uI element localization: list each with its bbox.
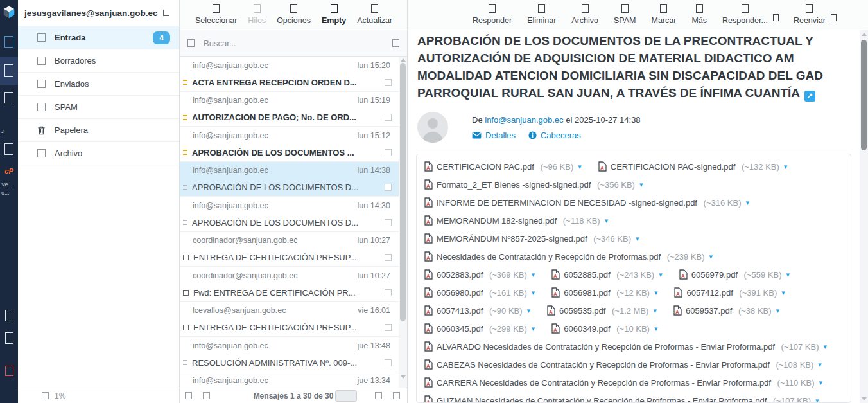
message-checkbox[interactable]	[385, 114, 392, 121]
attachment-menu-icon[interactable]: ▾	[776, 307, 780, 315]
attachment-menu-icon[interactable]: ▾	[824, 343, 828, 351]
toolbar-button-empty[interactable]: Empty	[322, 4, 346, 25]
toolbar-button-spam[interactable]: SPAM	[614, 4, 636, 25]
list-scrollbar-thumb[interactable]	[400, 63, 406, 321]
toolbar-button-marcar[interactable]: Marcar	[652, 4, 677, 25]
rail-item-about[interactable]	[0, 330, 18, 346]
reenviar-menu-icon[interactable]	[831, 14, 837, 21]
attachment-name[interactable]: CERTIFICACION PAC.pdf	[437, 162, 534, 172]
search-options-icon[interactable]	[392, 39, 399, 47]
attachment[interactable]: AFormato_2_ET Bienes -signed-signed.pdf …	[424, 179, 643, 190]
folder-item-borradores[interactable]: Borradores	[18, 49, 179, 73]
attachment[interactable]: A6059537.pdf (~38 KB)▾	[673, 305, 779, 316]
attachment-menu-icon[interactable]: ▾	[786, 271, 790, 279]
rail-item-settings[interactable]	[0, 141, 18, 157]
attachment-menu-icon[interactable]: ▾	[532, 271, 535, 279]
attachment-menu-icon[interactable]: ▾	[578, 163, 582, 171]
attachment[interactable]: A6060349.pdf (~10 KB)▾	[551, 323, 657, 334]
attachment-name[interactable]: 6052885.pdf	[564, 270, 610, 280]
page-input[interactable]	[335, 390, 357, 402]
attachment-name[interactable]: ALVARADO Necesidades de Contratación y R…	[437, 342, 775, 352]
attachment-menu-icon[interactable]: ▾	[709, 253, 713, 261]
message-checkbox[interactable]	[385, 149, 392, 156]
attachment-menu-icon[interactable]: ▾	[818, 361, 822, 369]
account-menu-icon[interactable]	[163, 10, 169, 16]
rail-item-compose[interactable]	[0, 34, 18, 49]
details-toggle[interactable]: Detalles	[472, 130, 516, 140]
message-checkbox[interactable]	[385, 324, 392, 331]
attachment-name[interactable]: 6056980.pdf	[437, 288, 483, 298]
attachment-name[interactable]: INFORME DE DETERMINACION DE NECESIDAD -s…	[437, 198, 697, 208]
attachment-name[interactable]: MEMORANDUM 182-signed.pdf	[437, 216, 557, 226]
attachment[interactable]: AMEMORÁNDUM Nº857-2025-signed.pdf (~346 …	[424, 233, 639, 244]
rail-item-logout[interactable]	[0, 363, 18, 379]
attachment-menu-icon[interactable]: ▾	[636, 235, 639, 243]
responder-menu-icon[interactable]	[773, 14, 779, 21]
reader-scroll-down-icon[interactable]	[862, 397, 867, 400]
message-checkbox[interactable]	[385, 219, 392, 226]
attachment-menu-icon[interactable]: ▾	[746, 199, 750, 207]
account-header[interactable]: jesusgavilanes@sanjuan.gob.ec	[18, 0, 179, 26]
cpanel-logo[interactable]: cP	[0, 166, 18, 176]
message-row[interactable]: info@sanjuan.gob.eclun 15:12APROBACIÓN D…	[180, 127, 399, 162]
attachment[interactable]: A6056980.pdf (~161 KB)▾	[424, 287, 535, 298]
attachment[interactable]: A6057413.pdf (~90 KB)▾	[424, 305, 530, 316]
message-checkbox[interactable]	[385, 359, 392, 366]
attachment-name[interactable]: 6056981.pdf	[564, 288, 610, 298]
message-row[interactable]: info@sanjuan.gob.eclun 15:19AUTORIZACION…	[180, 92, 399, 127]
rail-item-mail[interactable]	[0, 57, 18, 85]
toolbar-button-responder[interactable]: Responder	[473, 4, 512, 25]
search-bar[interactable]	[180, 30, 407, 57]
attachment[interactable]: AALVARADO Necesidades de Contratación y …	[424, 341, 827, 352]
message-checkbox[interactable]	[385, 289, 392, 296]
attachment-name[interactable]: CARRERA Necesidades de Contratación y Re…	[437, 378, 771, 388]
attachment-name[interactable]: 6056979.pdf	[691, 270, 738, 280]
message-row[interactable]: coordinador@sanjuan.gob.eclun 10:27Fwd: …	[180, 267, 399, 302]
scroll-up-icon[interactable]	[401, 58, 406, 62]
attachment[interactable]: A6057412.pdf (~391 KB)▾	[674, 287, 785, 298]
attachment[interactable]: A6056981.pdf (~12 KB)▾	[551, 287, 657, 298]
attachment-name[interactable]: 6057413.pdf	[437, 306, 483, 316]
message-checkbox[interactable]	[385, 254, 392, 261]
rail-item-contacts[interactable]	[0, 90, 18, 105]
toolbar-button-actualizar[interactable]: Actualizar	[357, 4, 392, 25]
attachment-name[interactable]: 6059535.pdf	[559, 306, 605, 316]
toolbar-button-m-s[interactable]: Más	[691, 4, 707, 25]
reader-scrollbar[interactable]	[860, 30, 868, 403]
scroll-down-icon[interactable]	[401, 375, 406, 379]
message-row[interactable]: info@sanjuan.gob.eclun 14:30APROBACIÓN D…	[180, 197, 399, 232]
attachment[interactable]: AINFORME DE DETERMINACION DE NECESIDAD -…	[424, 197, 749, 208]
attachment-name[interactable]: 6059537.pdf	[686, 306, 732, 316]
next-page-icon[interactable]	[393, 392, 400, 399]
message-row[interactable]: coordinador@sanjuan.gob.eclun 10:27ENTRE…	[180, 232, 399, 267]
reader-scrollbar-thumb[interactable]	[861, 40, 867, 150]
attachment[interactable]: A6052883.pdf (~369 KB)▾	[424, 269, 535, 280]
folder-item-papelera[interactable]: Papelera	[18, 119, 179, 142]
search-icon[interactable]	[187, 39, 195, 47]
toolbar-button-eliminar[interactable]: Eliminar	[527, 4, 556, 25]
attachment-name[interactable]: Formato_2_ET Bienes -signed-signed.pdf	[437, 180, 591, 190]
attachment-menu-icon[interactable]: ▾	[532, 289, 535, 297]
attachment-menu-icon[interactable]: ▾	[532, 325, 535, 333]
rail-item-help[interactable]	[0, 308, 18, 323]
toolbar-button-responder[interactable]: Responder...	[722, 4, 768, 25]
attachment[interactable]: ACABEZAS Necesidades de Contratación y R…	[424, 359, 822, 370]
prev-page-icon[interactable]	[375, 392, 382, 399]
attachment-name[interactable]: 6060349.pdf	[564, 324, 610, 334]
message-row[interactable]: lcevallos@sanjuan.gob.ecvie 16:01ENTREGA…	[180, 302, 399, 337]
folder-item-entrada[interactable]: Entrada4	[18, 26, 179, 49]
attachment-menu-icon[interactable]: ▾	[605, 217, 609, 225]
attachment-menu-icon[interactable]: ▾	[659, 271, 663, 279]
attachment-menu-icon[interactable]: ▾	[639, 181, 643, 189]
attachment-name[interactable]: CABEZAS Necesidades de Contratación y Re…	[437, 360, 770, 370]
toolbar-button-hilos[interactable]: Hilos	[248, 4, 266, 25]
toolbar-button-opciones[interactable]: Opciones	[277, 4, 311, 25]
message-row[interactable]: info@sanjuan.gob.ecjue 13:48RESOLUCIÓN A…	[180, 337, 399, 372]
attachment[interactable]: ACARRERA Necesidades de Contratación y R…	[424, 377, 822, 388]
attachment[interactable]: ACERTIFICACION PAC.pdf (~96 KB)▾	[424, 161, 582, 172]
attachment-name[interactable]: 6052883.pdf	[437, 270, 483, 280]
attachment[interactable]: ACERTIFICACION PAC-signed.pdf (~132 KB)▾	[598, 161, 788, 172]
attachment[interactable]: ANecesidades de Contratación y Recepción…	[424, 251, 713, 262]
attachment-menu-icon[interactable]: ▾	[781, 289, 785, 297]
attachment-menu-icon[interactable]: ▾	[815, 397, 819, 403]
